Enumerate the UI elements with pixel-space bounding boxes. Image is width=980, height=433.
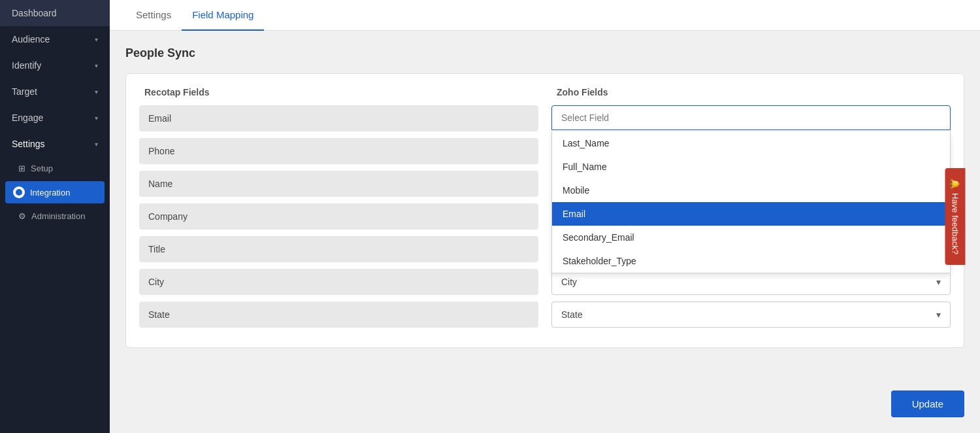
identify-label: Identify bbox=[12, 60, 41, 71]
sidebar-item-audience[interactable]: Audience ▾ bbox=[0, 26, 110, 52]
sidebar-item-engage[interactable]: Engage ▾ bbox=[0, 105, 110, 131]
feedback-icon: 🔔 bbox=[951, 179, 960, 189]
recotap-field-title: Title bbox=[139, 236, 538, 262]
chevron-down-icon: ▾ bbox=[95, 36, 98, 43]
section-title: People Sync bbox=[125, 46, 964, 60]
chevron-down-icon: ▾ bbox=[95, 141, 98, 148]
audience-label: Audience bbox=[12, 34, 50, 44]
sidebar-item-integration[interactable]: Integration bbox=[5, 181, 105, 203]
feedback-tab[interactable]: 🔔 Have feedback? bbox=[945, 168, 966, 265]
recotap-field-city: City bbox=[139, 269, 538, 295]
dropdown-item-stakeholder-type[interactable]: Stakeholder_Type bbox=[552, 249, 950, 273]
update-button[interactable]: Update bbox=[891, 390, 964, 417]
sidebar-item-target[interactable]: Target ▾ bbox=[0, 78, 110, 105]
content-area: People Sync Recotap Fields Zoho Fields E… bbox=[110, 31, 980, 433]
tab-settings[interactable]: Settings bbox=[125, 0, 182, 31]
zoho-field-email-dropdown: Last_Name Full_Name Mobile Email Seconda… bbox=[551, 105, 951, 131]
zoho-field-state-select[interactable]: State ▾ bbox=[551, 302, 951, 328]
main-content: Settings Field Mapping People Sync Recot… bbox=[110, 0, 980, 433]
sidebar-item-administration[interactable]: ⚙ Administration bbox=[0, 205, 110, 228]
target-label: Target bbox=[12, 86, 37, 97]
recotap-field-name: Name bbox=[139, 171, 538, 197]
chevron-down-icon: ▾ bbox=[95, 88, 98, 95]
chevron-down-icon: ▾ bbox=[936, 309, 941, 320]
select-value: State bbox=[561, 309, 583, 320]
dropdown-item-full-name[interactable]: Full_Name bbox=[552, 155, 950, 179]
integration-icon bbox=[13, 186, 25, 198]
zoho-col-header: Zoho Fields bbox=[551, 87, 951, 97]
recotap-field-state: State bbox=[139, 302, 538, 328]
sidebar-item-dashboard[interactable]: Dashboard bbox=[0, 0, 110, 26]
dropdown-list: Last_Name Full_Name Mobile Email Seconda… bbox=[551, 131, 951, 273]
table-row: Email Last_Name Full_Name Mobile Email S… bbox=[139, 105, 951, 131]
dropdown-item-email[interactable]: Email bbox=[552, 202, 950, 226]
chevron-down-icon: ▾ bbox=[95, 62, 98, 69]
sidebar-item-identify[interactable]: Identify ▾ bbox=[0, 52, 110, 78]
dropdown-item-mobile[interactable]: Mobile bbox=[552, 179, 950, 202]
feedback-label: Have feedback? bbox=[951, 193, 960, 254]
settings-label: Settings bbox=[12, 139, 45, 149]
sidebar: Dashboard Audience ▾ Identify ▾ Target ▾… bbox=[0, 0, 110, 433]
dropdown-item-secondary-email[interactable]: Secondary_Email bbox=[552, 226, 950, 249]
sidebar-item-setup[interactable]: ⊞ Setup bbox=[0, 157, 110, 180]
recotap-col-header: Recotap Fields bbox=[139, 87, 538, 97]
grid-icon: ⊞ bbox=[18, 164, 25, 173]
dashboard-label: Dashboard bbox=[12, 8, 57, 18]
administration-label: Administration bbox=[31, 211, 85, 221]
setup-label: Setup bbox=[31, 164, 53, 173]
mapping-card: Recotap Fields Zoho Fields Email Last_Na… bbox=[125, 73, 964, 348]
chevron-down-icon: ▾ bbox=[95, 114, 98, 122]
chevron-down-icon: ▾ bbox=[936, 277, 941, 287]
select-value: City bbox=[561, 277, 577, 287]
recotap-field-phone: Phone bbox=[139, 138, 538, 164]
integration-label: Integration bbox=[30, 188, 70, 198]
dropdown-item-last-name[interactable]: Last_Name bbox=[552, 131, 950, 155]
mapping-header: Recotap Fields Zoho Fields bbox=[139, 87, 951, 97]
select-field-input[interactable] bbox=[551, 105, 951, 130]
sidebar-item-settings[interactable]: Settings ▾ bbox=[0, 131, 110, 157]
table-row: State State ▾ bbox=[139, 302, 951, 328]
engage-label: Engage bbox=[12, 113, 43, 123]
recotap-field-company: Company bbox=[139, 203, 538, 230]
tab-field-mapping[interactable]: Field Mapping bbox=[182, 0, 264, 31]
sidebar-sub-menu: ⊞ Setup Integration ⚙ Administration bbox=[0, 157, 110, 228]
tab-bar: Settings Field Mapping bbox=[110, 0, 980, 31]
gear-icon: ⚙ bbox=[18, 211, 26, 221]
recotap-field-email: Email bbox=[139, 105, 538, 131]
